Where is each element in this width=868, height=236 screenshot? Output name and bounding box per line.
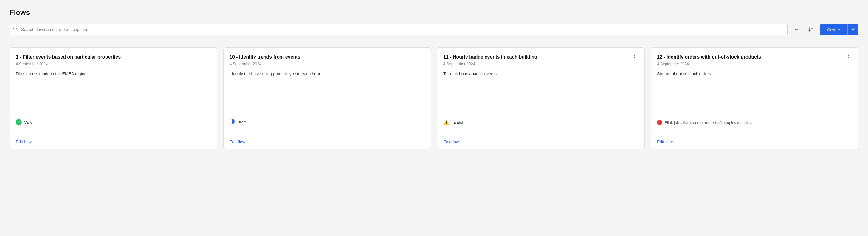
- cards-grid: 1 - Filter events based on particular pr…: [9, 48, 859, 149]
- status-label: Valid: [24, 120, 32, 125]
- filter-icon: [794, 27, 799, 32]
- card-date: 4 September 2024: [657, 61, 852, 66]
- toolbar: Create: [9, 24, 859, 40]
- status-badge: Draft: [229, 119, 425, 125]
- sort-button[interactable]: [805, 24, 816, 35]
- card-body: 11 - Hourly badge events in each buildin…: [437, 48, 645, 135]
- card-header: 12 - Identify orders with out-of-stock p…: [657, 54, 852, 60]
- card-header: 1 - Filter events based on particular pr…: [16, 54, 211, 60]
- flow-card-4: 12 - Identify orders with out-of-stock p…: [651, 48, 859, 149]
- status-label: Draft: [237, 120, 246, 124]
- svg-line-1: [17, 30, 18, 31]
- error-icon: 🚫: [657, 120, 662, 125]
- card-body: 12 - Identify orders with out-of-stock p…: [651, 48, 858, 135]
- status-label: Invalid: [452, 120, 463, 125]
- flow-card-3: 11 - Hourly badge events in each buildin…: [437, 48, 645, 149]
- card-title: 12 - Identify orders with out-of-stock p…: [657, 54, 844, 60]
- sort-icon: [808, 27, 813, 32]
- flow-card-2: 10 - Identify trends from events ⋮ 4 Sep…: [223, 48, 431, 149]
- search-icon: [13, 27, 18, 32]
- edit-flow-button[interactable]: Edit flow: [443, 139, 459, 144]
- card-footer: Edit flow: [223, 135, 431, 149]
- create-button-group: Create: [820, 24, 859, 35]
- card-menu-button[interactable]: ⋮: [417, 54, 425, 60]
- card-header: 10 - Identify trends from events ⋮: [229, 54, 425, 60]
- card-date: 4 September 2024: [443, 61, 639, 66]
- status-badge: ⚠️ Invalid: [443, 120, 639, 125]
- flow-card-1: 1 - Filter events based on particular pr…: [9, 48, 217, 149]
- card-footer: Edit flow: [651, 135, 858, 149]
- status-badge: ✓ Valid: [16, 119, 211, 125]
- card-body: 10 - Identify trends from events ⋮ 4 Sep…: [223, 48, 431, 135]
- filter-button[interactable]: [791, 24, 802, 35]
- card-title: 11 - Hourly badge events in each buildin…: [443, 54, 631, 60]
- page-title: Flows: [9, 8, 859, 17]
- draft-icon: [229, 119, 235, 125]
- card-body: 1 - Filter events based on particular pr…: [10, 48, 217, 135]
- valid-icon: ✓: [16, 119, 22, 125]
- create-dropdown-button[interactable]: [847, 24, 859, 35]
- card-title: 1 - Filter events based on particular pr…: [16, 54, 203, 60]
- search-container: [9, 24, 787, 35]
- card-footer: Edit flow: [10, 135, 217, 149]
- card-title: 10 - Identify trends from events: [229, 54, 417, 60]
- card-description: Stream of out-of-stock orders: [657, 71, 852, 114]
- status-label: Flink job failure: one or more Kafka top…: [665, 121, 752, 125]
- card-header: 11 - Hourly badge events in each buildin…: [443, 54, 639, 60]
- search-input[interactable]: [9, 24, 787, 35]
- card-description: Identify the best selling product type i…: [229, 71, 425, 113]
- status-badge: 🚫 Flink job failure: one or more Kafka t…: [657, 120, 852, 125]
- create-button[interactable]: Create: [820, 24, 847, 35]
- card-description: Filter orders made in the EMEA region: [16, 71, 211, 113]
- chevron-down-icon: [851, 27, 855, 31]
- warning-icon: ⚠️: [443, 120, 449, 125]
- card-menu-button[interactable]: ⋮: [631, 54, 639, 60]
- card-footer: Edit flow: [437, 135, 645, 149]
- edit-flow-button[interactable]: Edit flow: [657, 139, 673, 144]
- card-menu-button[interactable]: ⋮: [203, 54, 211, 60]
- edit-flow-button[interactable]: Edit flow: [16, 139, 32, 144]
- edit-flow-button[interactable]: Edit flow: [229, 139, 245, 144]
- card-description: To track hourly badge events: [443, 71, 639, 113]
- card-menu-button[interactable]: ⋮: [844, 54, 852, 60]
- card-date: 4 September 2024: [16, 61, 211, 66]
- card-date: 4 September 2024: [229, 61, 425, 66]
